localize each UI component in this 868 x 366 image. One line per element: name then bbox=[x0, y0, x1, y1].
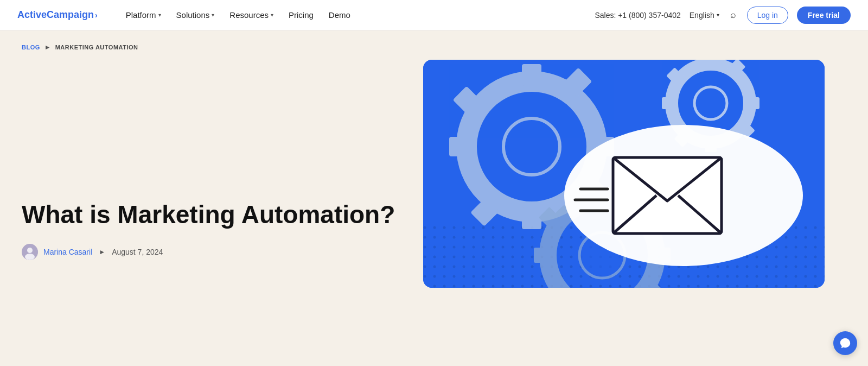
chat-bubble-button[interactable] bbox=[833, 331, 857, 355]
svg-rect-20 bbox=[745, 97, 760, 109]
article-date: August 7, 2024 bbox=[112, 248, 163, 256]
breadcrumb-separator: ► bbox=[44, 43, 51, 51]
nav-item-solutions[interactable]: Solutions ▾ bbox=[170, 6, 221, 24]
left-column: What is Marketing Automation? Marina Cas… bbox=[22, 60, 401, 260]
main-content: Blog ► Marketing Automation What is Mark… bbox=[0, 30, 868, 366]
main-nav: ActiveCampaign › Platform ▾ Solutions ▾ … bbox=[0, 0, 868, 30]
svg-point-2 bbox=[25, 254, 35, 260]
svg-rect-11 bbox=[449, 137, 471, 156]
hero-illustration bbox=[423, 60, 825, 288]
avatar-image bbox=[22, 244, 38, 260]
breadcrumb-current: Marketing Automation bbox=[55, 44, 138, 51]
nav-right: Sales: +1 (800) 357-0402 English ▾ ⌕ Log… bbox=[595, 7, 851, 24]
svg-rect-21 bbox=[662, 97, 676, 109]
author-name-link[interactable]: Marina Casaril bbox=[43, 248, 92, 256]
nav-item-demo[interactable]: Demo bbox=[322, 6, 357, 24]
breadcrumb-blog-link[interactable]: Blog bbox=[22, 44, 40, 51]
language-selector[interactable]: English ▾ bbox=[690, 11, 719, 20]
right-column bbox=[423, 60, 846, 288]
author-row: Marina Casaril ► August 7, 2024 bbox=[22, 244, 401, 260]
search-button[interactable]: ⌕ bbox=[728, 7, 738, 23]
sales-phone: Sales: +1 (800) 357-0402 bbox=[595, 11, 680, 20]
free-trial-button[interactable]: Free trial bbox=[797, 7, 851, 24]
svg-point-17 bbox=[694, 87, 727, 119]
svg-rect-9 bbox=[522, 207, 541, 229]
nav-links: Platform ▾ Solutions ▾ Resources ▾ Prici… bbox=[119, 6, 595, 24]
article-title: What is Marketing Automation? bbox=[22, 201, 401, 229]
login-button[interactable]: Log in bbox=[747, 7, 788, 24]
svg-rect-8 bbox=[522, 64, 541, 86]
svg-rect-18 bbox=[705, 60, 717, 68]
chevron-down-icon: ▾ bbox=[158, 12, 161, 18]
svg-rect-31 bbox=[534, 248, 551, 263]
search-icon: ⌕ bbox=[730, 9, 736, 21]
logo-arrow: › bbox=[95, 11, 98, 20]
logo[interactable]: ActiveCampaign › bbox=[17, 9, 98, 21]
chevron-down-icon: ▾ bbox=[212, 12, 214, 18]
author-separator: ► bbox=[99, 248, 105, 256]
chevron-down-icon: ▾ bbox=[717, 12, 719, 18]
chat-icon bbox=[839, 337, 851, 349]
svg-point-7 bbox=[503, 118, 560, 175]
svg-point-1 bbox=[27, 248, 33, 253]
author-avatar bbox=[22, 244, 38, 260]
hero-image bbox=[423, 60, 825, 288]
chevron-down-icon: ▾ bbox=[271, 12, 273, 18]
nav-item-platform[interactable]: Platform ▾ bbox=[119, 6, 168, 24]
content-grid: What is Marketing Automation? Marina Cas… bbox=[22, 60, 846, 288]
nav-item-resources[interactable]: Resources ▾ bbox=[223, 6, 280, 24]
breadcrumb: Blog ► Marketing Automation bbox=[22, 43, 846, 51]
nav-item-pricing[interactable]: Pricing bbox=[282, 6, 320, 24]
